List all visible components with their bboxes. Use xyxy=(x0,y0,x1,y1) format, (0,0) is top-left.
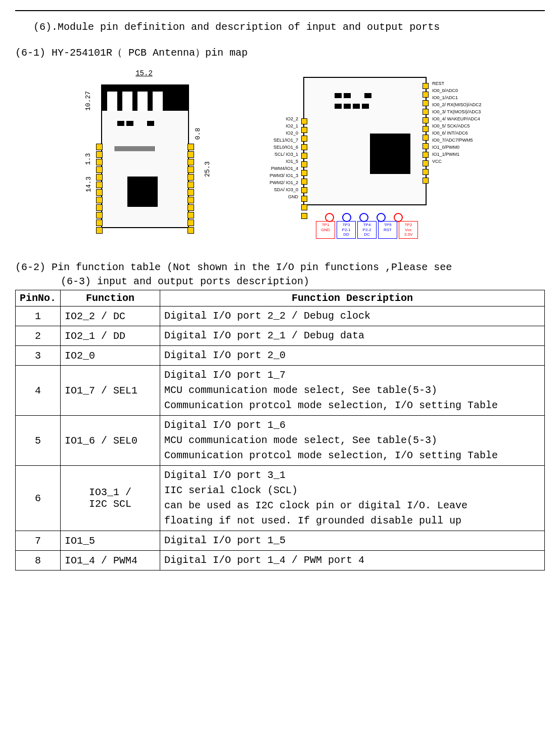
pin-dot xyxy=(188,166,194,173)
pin-dot xyxy=(188,151,194,158)
cell-description: Digital I/O port 1_5 xyxy=(160,531,545,551)
dim-25-3: 25.3 xyxy=(204,161,211,177)
cell-description: Digital I/O port 1_4 / PWM port 4 xyxy=(160,551,545,571)
pin-dot xyxy=(188,197,194,203)
test-point-labels: TP1GNDTP3P2-1DDTP4P2-2DCTP5RSTTP2Vcc3.3V xyxy=(316,221,418,239)
pin-label: IO2_2 xyxy=(222,116,298,121)
pcb-outline xyxy=(101,84,189,228)
cell-function: IO2_1 / DD xyxy=(61,326,160,346)
pin-label: PWM3/ IO1_3 xyxy=(222,173,298,178)
header-function: Function xyxy=(61,290,160,306)
test-point-box: TP1GND xyxy=(316,221,335,239)
pin-label: IO1_0/PWM0 xyxy=(432,145,508,150)
pin-dot xyxy=(188,182,194,188)
pin-label: IO0_3/ TX(MOSI)/ADC3 xyxy=(432,109,508,114)
cell-function: IO3_1 /I2C SCL xyxy=(61,466,160,531)
pin-dot xyxy=(301,170,307,176)
pin-label: PWM4/IO1_4 xyxy=(222,166,298,171)
pcb-antenna xyxy=(102,85,188,111)
pin-dot xyxy=(188,174,194,181)
test-point-box: TP2Vcc3.3V xyxy=(399,221,418,239)
table-row: 2IO2_1 / DDDigital I/O port 2_1 / Debug … xyxy=(16,326,545,346)
dim-width: 15.2 xyxy=(101,69,187,77)
cell-pinno: 6 xyxy=(16,466,61,531)
pin-label: SDA/ IO3_0 xyxy=(222,187,298,192)
pcb-pinout-diagram: IO2_2IO2_1IO2_0SEL1/IO1_7SEL0/IO1_6SCL/ … xyxy=(222,69,505,246)
cell-function: IO2_0 xyxy=(61,346,160,366)
pin-dot xyxy=(301,153,307,159)
pin-dot xyxy=(301,161,307,167)
cell-function: IO1_6 / SEL0 xyxy=(61,416,160,466)
cell-description: Digital I/O port 3_1IIC serial Clock (SC… xyxy=(160,466,545,531)
pin-label: IO0_5/ SCK/ADC5 xyxy=(432,123,508,128)
pin-label: IO2_1 xyxy=(222,123,298,128)
cell-pinno: 2 xyxy=(16,326,61,346)
cell-description: Digital I/O port 2_1 / Debug data xyxy=(160,326,545,346)
section-title: (6).Module pin definition and descriptio… xyxy=(15,21,545,33)
cell-pinno: 1 xyxy=(16,306,61,326)
dim-14-3: 14.3 xyxy=(85,177,92,192)
pin-dot xyxy=(423,143,429,149)
pin-dot xyxy=(423,100,429,106)
dim-10-27: 10.27 xyxy=(84,91,92,111)
test-point-box: TP5RST xyxy=(378,221,397,239)
pin-label: GND xyxy=(222,194,298,199)
test-point-box: TP4P2-2DC xyxy=(357,221,377,239)
pin-label: IO0_1/ADC1 xyxy=(432,95,508,100)
pin-dot xyxy=(423,152,429,158)
pin-label: IO1_1/PWM1 xyxy=(432,152,508,157)
pin-dot xyxy=(96,182,103,188)
table-row: 8IO1_4 / PWM4Digital I/O port 1_4 / PWM … xyxy=(16,551,545,571)
pcb-components xyxy=(117,121,168,141)
pin-dot xyxy=(301,179,307,185)
pin-dot xyxy=(96,212,103,218)
pin-dot xyxy=(188,212,194,218)
cell-description: Digital I/O port 1_7MCU communication mo… xyxy=(160,366,545,416)
pin-label: SEL0/IO1_6 xyxy=(222,145,298,150)
pin-label: REST xyxy=(432,81,508,86)
pin-dot xyxy=(96,220,103,226)
cell-pinno: 7 xyxy=(16,531,61,551)
pins-right-r xyxy=(423,83,429,185)
pin-dot xyxy=(96,204,103,211)
pin-label: IO0_2/ RX(MISO)/ADC2 xyxy=(432,102,508,107)
table-row: 4IO1_7 / SEL1Digital I/O port 1_7MCU com… xyxy=(16,366,545,416)
chip-icon xyxy=(127,177,158,207)
subsection-6-2-title: (6-2) Pin function table (Not shown in t… xyxy=(15,261,545,273)
pin-dot xyxy=(301,144,307,150)
barcode xyxy=(115,146,155,151)
pin-dot xyxy=(423,109,429,115)
pin-dot xyxy=(188,220,194,226)
pin-dot xyxy=(301,213,307,219)
pin-dot xyxy=(96,166,103,173)
pin-dot xyxy=(423,135,429,141)
pin-dot xyxy=(96,159,103,165)
top-rule xyxy=(15,10,545,11)
pcb-dimension-diagram: 15.2 10.27 1.3 14.3 0.8 25.3 xyxy=(51,69,207,246)
cell-pinno: 4 xyxy=(16,366,61,416)
pin-label: IO2_0 xyxy=(222,130,298,136)
pin-dot xyxy=(96,227,103,234)
pin-dot xyxy=(96,174,103,181)
cell-function: IO1_7 / SEL1 xyxy=(61,366,160,416)
components-r xyxy=(335,93,395,110)
table-row: 3IO2_0Digital I/O port 2_0 xyxy=(16,346,545,366)
pin-dot xyxy=(188,144,194,150)
pins-left xyxy=(96,144,103,234)
pin-dot xyxy=(188,204,194,211)
header-pinno: PinNo. xyxy=(16,290,61,306)
header-description: Function Description xyxy=(160,290,545,306)
pin-label: IO0_0/ADC0 xyxy=(432,88,508,93)
pin-dot xyxy=(96,151,103,158)
pin-dot xyxy=(96,189,103,196)
pin-label: IO0_7/ADC7/PWM5 xyxy=(432,138,508,143)
pcb-outline-r xyxy=(303,77,427,205)
dim-0-8: 0.8 xyxy=(194,128,202,140)
pin-label: PWM2/ IO1_2 xyxy=(222,180,298,185)
pin-label: VCC xyxy=(432,159,508,164)
pin-dot xyxy=(423,92,429,98)
cell-description: Digital I/O port 2_0 xyxy=(160,346,545,366)
pin-dot xyxy=(188,159,194,165)
cell-function: IO1_5 xyxy=(61,531,160,551)
pin-dot xyxy=(301,204,307,210)
